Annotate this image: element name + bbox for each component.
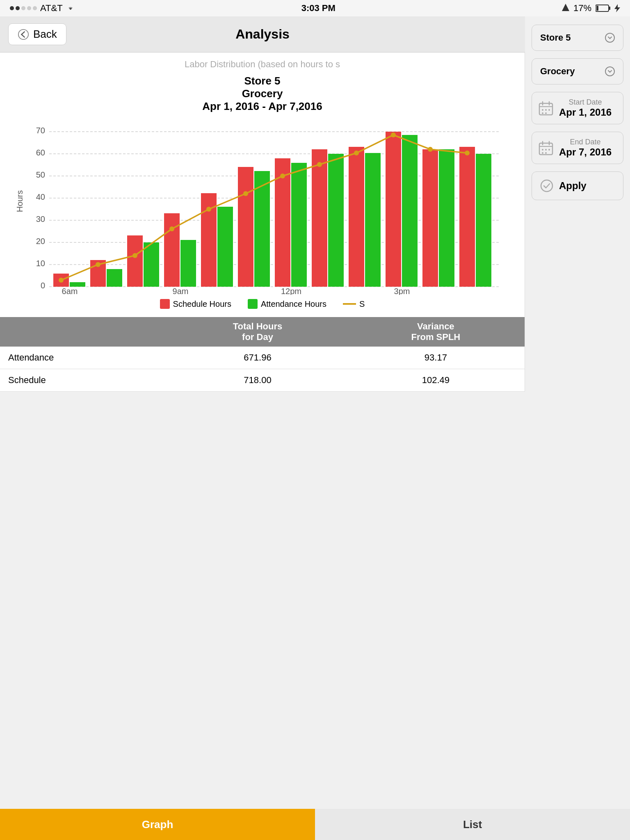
table-row: Schedule 718.00 102.49	[0, 369, 525, 392]
status-left: AT&T	[10, 3, 75, 14]
svg-rect-39	[439, 149, 454, 287]
legend-schedule: Schedule Hours	[160, 299, 231, 309]
svg-point-66	[548, 109, 550, 111]
svg-text:40: 40	[36, 192, 45, 201]
tab-list[interactable]: List	[315, 809, 630, 840]
svg-rect-23	[144, 242, 159, 287]
svg-text:30: 30	[36, 215, 45, 224]
svg-rect-31	[291, 163, 307, 287]
svg-point-58	[605, 33, 614, 42]
svg-text:60: 60	[36, 148, 45, 157]
svg-point-47	[243, 191, 248, 196]
bar-attendance-0	[70, 282, 85, 287]
apply-button[interactable]: Apply	[532, 171, 623, 200]
svg-point-59	[605, 67, 614, 76]
table-col2-header: Variance From SPLH	[347, 317, 525, 347]
back-button[interactable]: Back	[8, 23, 66, 45]
table-row-hours: 718.00	[168, 369, 347, 392]
end-calendar-icon	[539, 141, 553, 155]
table-row-label: Schedule	[0, 369, 168, 392]
svg-rect-37	[402, 135, 418, 287]
svg-text:0: 0	[41, 281, 45, 290]
back-label: Back	[33, 28, 57, 41]
legend-attendance: Attendance Hours	[248, 299, 326, 309]
dot-5	[33, 6, 37, 10]
location-icon	[562, 4, 569, 13]
dept-chevron-icon	[605, 66, 615, 76]
svg-text:9am: 9am	[173, 287, 189, 295]
svg-point-52	[428, 147, 433, 152]
legend-attendance-label: Attendance Hours	[261, 299, 326, 309]
dept-picker-label: Grocery	[540, 66, 575, 77]
svg-point-74	[545, 149, 547, 151]
svg-rect-28	[238, 167, 253, 287]
legend-schedule-icon	[160, 299, 170, 309]
svg-point-77	[545, 152, 547, 154]
charging-icon	[614, 4, 620, 12]
bar-chart: 0 10 20 30 40 50 60 70	[33, 119, 504, 295]
chart-area: Hours 0 10 20 30 40 50	[33, 119, 512, 295]
status-right: 17%	[562, 3, 620, 14]
svg-point-50	[354, 151, 359, 155]
status-bar: AT&T 3:03 PM 17%	[0, 0, 630, 16]
svg-point-67	[542, 112, 543, 114]
svg-rect-22	[127, 235, 143, 287]
table-row: Attendance 671.96 93.17	[0, 347, 525, 369]
svg-point-64	[542, 109, 543, 111]
svg-rect-1	[609, 7, 610, 10]
svg-rect-2	[596, 6, 598, 11]
end-date-button[interactable]: End Date Apr 7, 2016	[532, 132, 623, 164]
svg-rect-41	[476, 154, 491, 287]
svg-text:50: 50	[36, 170, 45, 179]
dept-picker-button[interactable]: Grocery	[532, 58, 623, 84]
svg-rect-24	[164, 213, 180, 287]
svg-point-78	[541, 180, 552, 192]
battery-label: 17%	[573, 3, 591, 14]
svg-point-3	[18, 29, 28, 39]
table-row-variance: 102.49	[347, 369, 525, 392]
svg-rect-35	[365, 153, 381, 287]
svg-point-65	[545, 109, 547, 111]
table-row-variance: 93.17	[347, 347, 525, 369]
svg-text:12pm: 12pm	[281, 287, 301, 295]
svg-point-43	[96, 262, 100, 267]
chart-header: Store 5 Grocery Apr 1, 2016 - Apr 7,2016	[0, 71, 525, 114]
chart-store: Store 5	[0, 75, 525, 87]
chart-dept: Grocery	[0, 87, 525, 100]
legend-splh-icon	[343, 303, 356, 305]
chart-legend: Schedule Hours Attendance Hours S	[0, 295, 525, 313]
check-icon	[540, 179, 553, 192]
tab-list-label: List	[463, 818, 482, 831]
start-date-info: Start Date Apr 1, 2016	[559, 98, 612, 118]
svg-point-51	[391, 132, 396, 137]
legend-attendance-icon	[248, 299, 258, 309]
page-title: Analysis	[235, 27, 290, 42]
svg-rect-32	[312, 149, 327, 287]
end-date-label: End Date	[559, 138, 612, 146]
start-date-button[interactable]: Start Date Apr 1, 2016	[532, 92, 623, 124]
svg-rect-27	[217, 207, 233, 287]
legend-splh-label: S	[359, 299, 365, 309]
svg-rect-34	[349, 147, 364, 287]
end-date-info: End Date Apr 7, 2016	[559, 138, 612, 158]
legend-schedule-label: Schedule Hours	[173, 299, 231, 309]
dot-2	[16, 6, 20, 10]
svg-point-46	[206, 207, 211, 212]
svg-point-68	[545, 112, 547, 114]
store-picker-button[interactable]: Store 5	[532, 25, 623, 51]
tab-graph[interactable]: Graph	[0, 809, 315, 840]
svg-point-42	[59, 278, 64, 283]
start-date-label: Start Date	[559, 98, 612, 107]
main-content: Labor Distribution (based on hours to s …	[0, 52, 525, 392]
right-panel: Store 5 Grocery	[525, 16, 630, 809]
svg-rect-33	[328, 154, 344, 287]
svg-point-73	[542, 149, 543, 151]
svg-point-49	[317, 162, 322, 167]
back-arrow-icon	[18, 29, 29, 40]
svg-rect-21	[107, 269, 122, 287]
dot-3	[21, 6, 25, 10]
tab-bar: Graph List	[0, 809, 630, 840]
battery-icon	[596, 4, 610, 12]
svg-text:10: 10	[36, 259, 45, 268]
dot-1	[10, 6, 14, 10]
